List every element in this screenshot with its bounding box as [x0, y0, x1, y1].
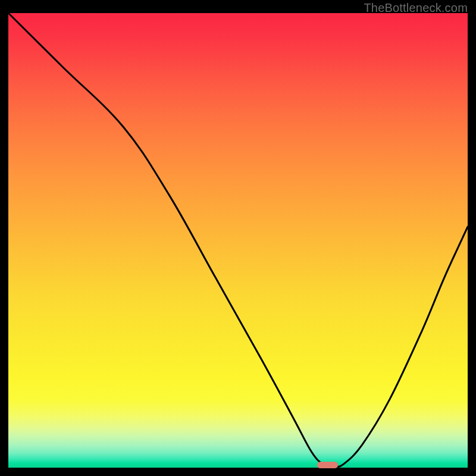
optimal-marker — [317, 462, 338, 469]
chart-frame: TheBottleneck.com — [0, 0, 476, 476]
plot-gradient-background — [8, 13, 468, 468]
plot-outer — [8, 13, 468, 468]
